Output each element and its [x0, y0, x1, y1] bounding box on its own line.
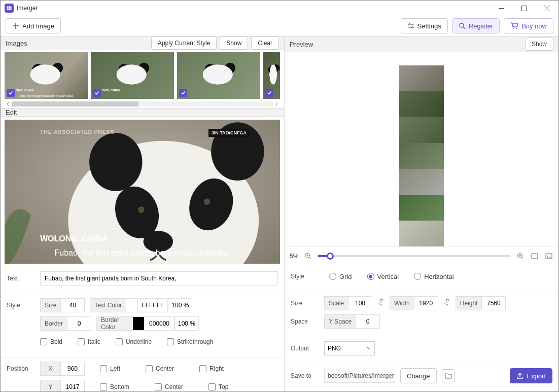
- width-input[interactable]: [414, 296, 438, 310]
- change-button[interactable]: Change: [400, 368, 437, 383]
- register-label: Register: [469, 22, 493, 30]
- text-label: Text: [7, 275, 35, 282]
- preview-canvas[interactable]: [285, 52, 558, 246]
- text-input[interactable]: [40, 271, 278, 286]
- fit-width-icon[interactable]: [530, 252, 539, 261]
- format-select[interactable]: PNG: [324, 341, 375, 355]
- bottom-checkbox[interactable]: Bottom: [100, 383, 129, 390]
- thumbnail[interactable]: WOLONG, CHINA Fubao, the first giant pan…: [5, 52, 88, 99]
- chevron-down-icon: [366, 346, 371, 351]
- svg-point-4: [411, 27, 413, 28]
- bold-checkbox[interactable]: Bold: [40, 338, 62, 345]
- scale-input[interactable]: [348, 296, 372, 310]
- thumb-scrollbar[interactable]: [5, 100, 280, 108]
- vertical-radio[interactable]: Vertical: [367, 273, 399, 280]
- x-input[interactable]: [60, 362, 85, 376]
- scale-label: Scale: [324, 296, 348, 310]
- right-checkbox[interactable]: Right: [199, 365, 224, 372]
- add-image-button[interactable]: Add Image: [6, 18, 61, 33]
- height-input[interactable]: [481, 296, 506, 310]
- scroll-handle[interactable]: [12, 101, 138, 106]
- images-clear-button[interactable]: Clear: [251, 37, 279, 50]
- maximize-button[interactable]: [513, 1, 536, 16]
- position-label: Position: [7, 365, 35, 372]
- italic-checkbox[interactable]: Italic: [78, 338, 100, 345]
- svg-point-5: [460, 23, 464, 27]
- check-icon: [7, 89, 15, 97]
- size-input[interactable]: [60, 298, 85, 312]
- output-label: Output: [291, 345, 319, 352]
- svg-point-6: [513, 28, 514, 29]
- images-show-button[interactable]: Show: [220, 37, 248, 50]
- caption-subtitle: Fubao, the first giant panda born in Sou…: [5, 248, 280, 258]
- minimize-button[interactable]: [490, 1, 513, 16]
- width-label: Width: [390, 296, 414, 310]
- border-color-hex[interactable]: [144, 316, 174, 331]
- thumbnail[interactable]: [263, 52, 280, 99]
- space-label: Space: [291, 318, 319, 325]
- caption-location: WOLONG, CHINA: [40, 234, 108, 243]
- register-button[interactable]: Register: [452, 18, 500, 33]
- svg-point-7: [516, 28, 517, 29]
- saveto-label: Save to: [291, 372, 319, 379]
- settings-button[interactable]: Settings: [401, 18, 448, 33]
- main-toolbar: Add Image Settings Register Buy now: [1, 16, 558, 36]
- left-checkbox[interactable]: Left: [100, 365, 120, 372]
- border-color-swatch[interactable]: [133, 316, 144, 331]
- underline-checkbox[interactable]: Underline: [116, 338, 152, 345]
- top-checkbox[interactable]: Top: [208, 383, 228, 390]
- text-color-opacity[interactable]: [168, 298, 192, 312]
- close-button[interactable]: [536, 1, 558, 16]
- border-color-opacity[interactable]: [174, 316, 199, 331]
- check-icon: [179, 89, 187, 97]
- scroll-right-icon[interactable]: [273, 100, 280, 108]
- preview-header-label: Preview: [290, 41, 313, 48]
- border-color-label: Border Color: [96, 316, 133, 331]
- actual-size-icon[interactable]: 1:1: [544, 252, 553, 261]
- zoom-out-icon[interactable]: [303, 252, 312, 261]
- text-color-hex[interactable]: [137, 298, 168, 312]
- thumb-caption: Fubao, the first giant panda born in Sou…: [9, 94, 84, 97]
- zoom-slider[interactable]: [318, 255, 511, 257]
- center-v-checkbox[interactable]: Center: [155, 383, 183, 390]
- yspace-input[interactable]: [356, 314, 380, 329]
- preview-item: [399, 195, 444, 221]
- horizontal-radio[interactable]: Horizontal: [414, 273, 454, 280]
- thumbnail[interactable]: WOLONG, CHINA: [91, 52, 174, 99]
- search-icon: [459, 22, 466, 29]
- svg-rect-19: [532, 254, 538, 259]
- buy-now-button[interactable]: Buy now: [504, 18, 553, 33]
- check-icon: [265, 89, 273, 97]
- save-path: beesoft/Pictures/Imerger: [324, 369, 395, 383]
- plus-icon: [12, 22, 19, 29]
- sliders-icon: [407, 22, 414, 29]
- export-button[interactable]: Export: [510, 368, 552, 383]
- yspace-label: Y Space: [324, 314, 356, 329]
- preview-stack: [399, 65, 444, 246]
- style-label: Style: [7, 302, 35, 309]
- edit-canvas[interactable]: THE ASSOCIATED PRESS JIN TAO/CNFGA WOLON…: [5, 120, 280, 264]
- preview-show-button[interactable]: Show: [525, 38, 553, 51]
- credit-badge: JIN TAO/CNFGA: [208, 129, 250, 137]
- thumbnail[interactable]: [177, 52, 260, 99]
- buy-now-label: Buy now: [521, 22, 547, 30]
- border-input[interactable]: [67, 316, 91, 331]
- link-icon[interactable]: [443, 299, 450, 308]
- preview-item: [399, 143, 444, 169]
- preview-item: [399, 221, 444, 246]
- apply-style-button[interactable]: Apply Current Style: [151, 37, 217, 50]
- center-h-checkbox[interactable]: Center: [146, 365, 174, 372]
- zoom-controls: 5% 1:1: [285, 246, 558, 265]
- settings-label: Settings: [417, 22, 441, 30]
- preview-item: [399, 91, 444, 117]
- link-icon[interactable]: [377, 299, 385, 308]
- strikethrough-checkbox[interactable]: Strikethrough: [167, 338, 213, 345]
- height-label: Height: [456, 296, 482, 310]
- text-color-swatch[interactable]: [126, 298, 137, 312]
- scroll-left-icon[interactable]: [5, 100, 12, 108]
- grid-radio[interactable]: Grid: [329, 273, 352, 280]
- titlebar: Imerger: [1, 1, 558, 16]
- y-input[interactable]: [60, 380, 85, 392]
- open-folder-button[interactable]: [442, 369, 455, 382]
- zoom-in-icon[interactable]: [516, 252, 525, 261]
